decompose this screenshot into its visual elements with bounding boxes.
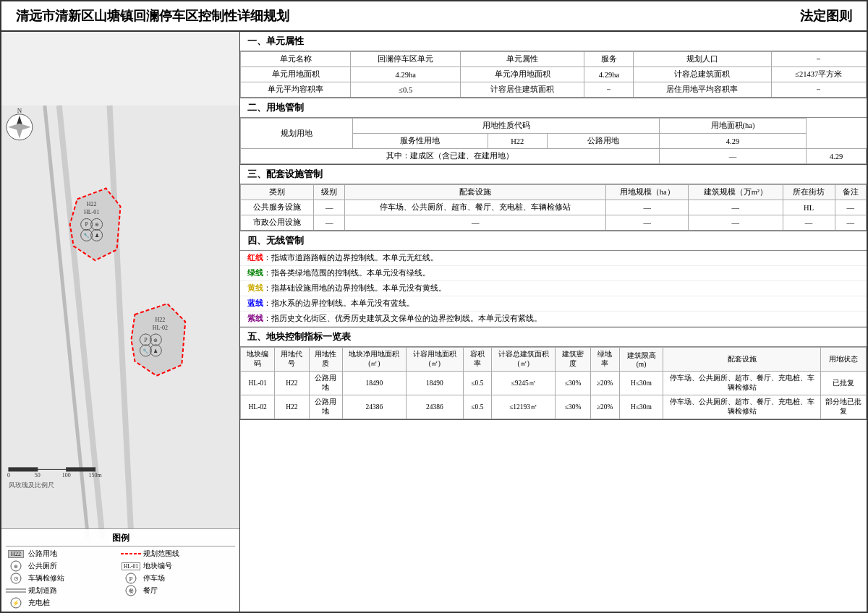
legend-symbol-parking: P — [121, 573, 141, 583]
cell: 公路用地 — [309, 395, 342, 419]
cell: 规划人口 — [634, 52, 771, 67]
cell: 规划用地 — [241, 119, 353, 149]
cell: — — [689, 215, 783, 231]
legend-label-road: 规划道路 — [28, 586, 57, 596]
cell: 24386 — [343, 395, 407, 419]
legend-item-road: 规划道路 — [6, 585, 120, 596]
table-row: HL-02 H22 公路用地 24386 24386 ≤0.5 ≤12193㎡ … — [241, 395, 867, 419]
svg-rect-35 — [67, 467, 95, 471]
section4-title: 四、无线管制 — [240, 231, 867, 251]
svg-text:⊕: ⊕ — [95, 222, 99, 228]
cell: ≤0.5 — [351, 82, 461, 98]
cell: — — [689, 200, 783, 215]
page: 清远市清新区山塘镇回澜停车区控制性详细规划 法定图则 P ⊕ — [0, 0, 868, 613]
cell: 4.29 — [660, 134, 807, 149]
cell: 回澜停车区单元 — [351, 52, 461, 67]
svg-text:P: P — [144, 337, 148, 343]
svg-text:🔧: 🔧 — [83, 232, 90, 239]
legend-symbol-planning-line — [121, 549, 141, 559]
cell: 单元用地面积 — [241, 67, 351, 82]
table-header-row: 类别 级别 配套设施 用地规模（ha） 建筑规模（万m²） 所在街坊 备注 — [241, 185, 867, 200]
cell: 单元名称 — [241, 52, 351, 67]
legend-symbol-repair: ⊙ — [6, 573, 26, 583]
legend-item-block-code: HL-01 地块编号 — [121, 560, 235, 572]
section-unit-attributes: 一、单元属性 单元名称 回澜停车区单元 单元属性 服务 规划人口 － 单元用地面… — [240, 32, 867, 98]
wireless-line-1: 红线：指城市道路路幅的边界控制线。本单元无红线。 — [240, 251, 867, 266]
page-title: 清远市清新区山塘镇回澜停车区控制性详细规划 — [16, 7, 289, 25]
svg-text:0: 0 — [7, 472, 10, 479]
col-header: 用地状态 — [820, 348, 866, 372]
legend-label-planning-line: 规划范围线 — [143, 549, 179, 559]
legend-label-charger: 充电桩 — [28, 599, 50, 608]
cell: 公路用地 — [547, 134, 659, 149]
svg-text:P: P — [129, 575, 132, 583]
cell: 4.29 — [807, 149, 867, 164]
col-header: 配套设施 — [663, 348, 820, 372]
legend-label-block-code: 地块编号 — [143, 562, 172, 571]
cell: — — [606, 200, 689, 215]
cell: HL — [783, 200, 835, 215]
legend-symbol-toilet: ⊕ — [6, 561, 26, 571]
svg-text:🔧: 🔧 — [142, 348, 149, 354]
cell: — — [314, 200, 345, 215]
cell: － — [584, 82, 634, 98]
legend-symbol-road — [6, 586, 26, 596]
indicators-table: 地块编码 用地代号 用地性质 地块净用地面积(㎡) 计容用地面积(㎡) 容积率 … — [240, 347, 867, 419]
table-header-row: 地块编码 用地代号 用地性质 地块净用地面积(㎡) 计容用地面积(㎡) 容积率 … — [241, 348, 867, 372]
cell: — — [314, 215, 345, 231]
col-header: 计容用地面积(㎡) — [406, 348, 463, 372]
info-panel: 一、单元属性 单元名称 回澜停车区单元 单元属性 服务 规划人口 － 单元用地面… — [240, 32, 867, 612]
cell: HL-02 — [241, 395, 275, 419]
cell: 计容总建筑面积 — [634, 67, 771, 82]
col-header: 备注 — [835, 185, 866, 200]
cell: HL-01 — [241, 372, 275, 395]
legend-item-repair: ⊙ 车辆检修站 — [6, 573, 120, 584]
cell: 计容居住建筑面积 — [461, 82, 584, 98]
col-header: 计容总建筑面积(㎡) — [491, 348, 555, 372]
table-row: 其中：建成区（含已建、在建用地） — 4.29 — [241, 149, 867, 164]
cell: 居住用地平均容积率 — [634, 82, 771, 98]
cell: — — [660, 149, 807, 164]
svg-text:♟: ♟ — [95, 233, 99, 239]
table-row: 单元名称 回澜停车区单元 单元属性 服务 规划人口 － — [241, 52, 867, 67]
svg-text:100: 100 — [62, 472, 71, 479]
table-row: 单元用地面积 4.29ha 单元净用地面积 4.29ha 计容总建筑面积 ≤21… — [241, 67, 867, 82]
cell: 部分地已批复 — [820, 395, 866, 419]
col-header: 所在街坊 — [783, 185, 835, 200]
cell: ≤0.5 — [463, 395, 491, 419]
svg-text:⊕: ⊕ — [14, 564, 18, 570]
svg-text:150m: 150m — [89, 472, 103, 479]
cell: ≤9245㎡ — [491, 372, 555, 395]
table-row: 规划用地 用地性质代码 用地面积(ha) — [241, 119, 867, 134]
legend-symbol-restaurant: 餐 — [121, 586, 141, 596]
cell: H22 — [275, 372, 309, 395]
svg-text:餐: 餐 — [129, 588, 134, 594]
col-header: 用地性质 — [309, 348, 342, 372]
cell: 停车场、公共厕所、超市、餐厅、充电桩、车辆检修站 — [663, 372, 820, 395]
cell: 24386 — [406, 395, 463, 419]
cell: 用地性质代码 — [353, 119, 660, 134]
land-control-table: 规划用地 用地性质代码 用地面积(ha) 服务性用地 H22 公路用地 4.29… — [240, 118, 867, 164]
header: 清远市清新区山塘镇回澜停车区控制性详细规划 法定图则 — [1, 1, 867, 32]
table-row: 公共服务设施 — 停车场、公共厕所、超市、餐厅、充电桩、车辆检修站 — — HL… — [241, 200, 867, 215]
section5-title: 五、地块控制指标一览表 — [240, 327, 867, 347]
cell: 18490 — [343, 372, 407, 395]
wireless-line-4: 蓝线：指水系的边界控制线。本单元没有蓝线。 — [240, 296, 867, 312]
legend-symbol-charger: ⚡ — [6, 598, 26, 608]
cell: 4.29ha — [351, 67, 461, 82]
svg-text:⊕: ⊕ — [153, 338, 158, 343]
legend-title: 图例 — [6, 532, 235, 546]
cell: － — [771, 52, 866, 67]
svg-text:H22: H22 — [155, 317, 165, 323]
facilities-table: 类别 级别 配套设施 用地规模（ha） 建筑规模（万m²） 所在街坊 备注 公共… — [240, 184, 867, 231]
legend-grid: H22 公路用地 规划范围线 ⊕ 公共厕所 — [6, 548, 235, 609]
svg-text:50: 50 — [35, 472, 41, 479]
col-header: 建筑密度 — [556, 348, 590, 372]
cell: 4.29ha — [584, 67, 634, 82]
cell: H≤30m — [619, 372, 663, 395]
map-svg: P ⊕ 🔧 ♟ H22 HL-01 P ⊕ 🔧 ♟ — [1, 32, 239, 612]
wireless-line-5: 紫线：指历史文化街区、优秀历史建筑及文保单位的边界控制线。本单元没有紫线。 — [240, 312, 867, 327]
col-header: 级别 — [314, 185, 345, 200]
section-facilities: 三、配套设施管制 类别 级别 配套设施 用地规模（ha） 建筑规模（万m²） 所… — [240, 165, 867, 231]
header-right-label: 法定图则 — [800, 7, 852, 25]
